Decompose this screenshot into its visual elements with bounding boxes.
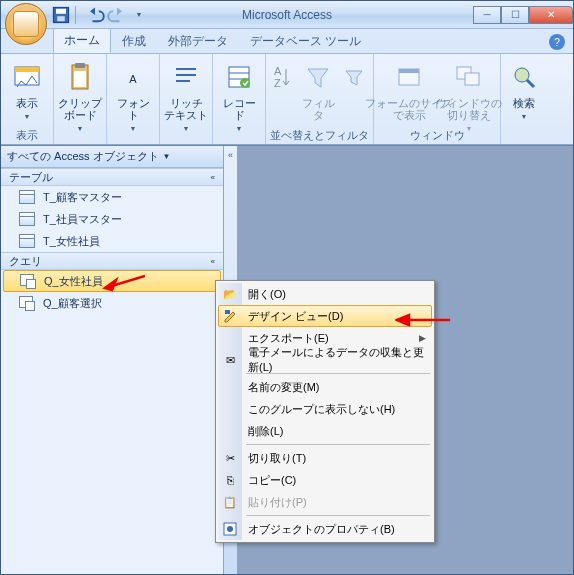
svg-rect-1: [56, 8, 66, 13]
nav-section-header[interactable]: クエリ «: [1, 252, 223, 270]
open-icon: 📂: [222, 286, 238, 302]
chevron-down-icon: ▼: [77, 125, 84, 132]
tab-external[interactable]: 外部データ: [157, 28, 239, 53]
ribbon-group-sortfilter: AZ フィルタ 並べ替えとフィルタ: [266, 54, 374, 144]
find-icon: [508, 61, 540, 93]
ctx-delete[interactable]: 削除(L): [218, 420, 432, 442]
qat-undo[interactable]: [85, 5, 105, 25]
svg-line-23: [527, 80, 534, 87]
props-icon: [222, 521, 238, 537]
table-icon: [19, 190, 35, 204]
ribbon-group-find: 検索 ▼ .: [501, 54, 547, 144]
ctx-copy[interactable]: ⎘コピー(C): [218, 469, 432, 491]
context-menu: 📂開く(O) デザイン ビュー(D) エクスポート(E)▶ ✉電子メールによるデ…: [215, 280, 435, 543]
tab-create[interactable]: 作成: [111, 28, 157, 53]
maximize-button[interactable]: ☐: [501, 6, 529, 24]
svg-text:A: A: [274, 65, 282, 77]
ribbon: 表示 ▼ 表示 クリップ ボード ▼ . A フォント ▼: [1, 53, 573, 145]
font-icon: A: [117, 61, 149, 93]
svg-point-28: [227, 526, 233, 532]
sort-icon: AZ: [266, 61, 298, 93]
records-icon: [223, 61, 255, 93]
nav-item-table[interactable]: T_女性社員: [1, 230, 223, 252]
ctx-open[interactable]: 📂開く(O): [218, 283, 432, 305]
svg-rect-26: [225, 310, 230, 314]
svg-text:Z: Z: [274, 77, 281, 89]
design-icon: [223, 308, 239, 324]
svg-rect-4: [15, 67, 39, 72]
find-button[interactable]: 検索 ▼: [505, 56, 543, 126]
ctx-rename[interactable]: 名前の変更(M): [218, 376, 432, 398]
ctx-separator: [246, 515, 430, 516]
ribbon-group-richtext: リッチ テキスト ▼ .: [160, 54, 213, 144]
filter-button[interactable]: フィルタ: [296, 56, 340, 126]
navigation-pane: すべての Access オブジェクト ▼ テーブル « T_顧客マスター T_社…: [1, 146, 224, 574]
tab-home[interactable]: ホーム: [53, 27, 111, 53]
mail-icon: ✉: [222, 352, 238, 368]
quick-access-toolbar: ▼: [51, 5, 149, 25]
nav-item-query[interactable]: Q_顧客選択: [1, 292, 223, 314]
qat-separator: [75, 6, 81, 24]
svg-point-22: [515, 68, 529, 82]
nav-section-queries: クエリ « Q_女性社員 Q_顧客選択: [1, 252, 223, 314]
advfilter-icon: [338, 61, 370, 93]
ctx-collect-email[interactable]: ✉電子メールによるデータの収集と更新(L): [218, 349, 432, 371]
richtext-button[interactable]: リッチ テキスト ▼: [164, 56, 208, 126]
ctx-hide-group[interactable]: このグループに表示しない(H): [218, 398, 432, 420]
nav-item-table[interactable]: T_顧客マスター: [1, 186, 223, 208]
ctx-cut[interactable]: ✂切り取り(T): [218, 447, 432, 469]
nav-section-tables: テーブル « T_顧客マスター T_社員マスター T_女性社員: [1, 168, 223, 252]
submenu-arrow-icon: ▶: [419, 333, 426, 343]
records-button[interactable]: レコード ▼: [217, 56, 261, 126]
collapse-icon: «: [211, 173, 215, 182]
ribbon-group-window: フォームのサイズ で表示 ウィンドウの 切り替え ▼ ウィンドウ: [374, 54, 501, 144]
qat-customize[interactable]: ▼: [129, 5, 149, 25]
svg-rect-7: [74, 71, 86, 87]
ctx-properties[interactable]: オブジェクトのプロパティ(B): [218, 518, 432, 540]
window-controls: ─ ☐ ✕: [473, 6, 573, 24]
ctx-design-view[interactable]: デザイン ビュー(D): [218, 305, 432, 327]
ctx-separator: [246, 444, 430, 445]
query-icon: [19, 296, 35, 310]
ribbon-group-font: A フォント ▼ .: [107, 54, 160, 144]
app-window: ▼ Microsoft Access ─ ☐ ✕ ホーム 作成 外部データ デー…: [0, 0, 574, 575]
ribbon-tabs: ホーム 作成 外部データ データベース ツール ?: [1, 29, 573, 53]
collapse-icon: «: [211, 257, 215, 266]
advfilter-button[interactable]: [342, 56, 366, 126]
minimize-button[interactable]: ─: [473, 6, 501, 24]
filter-icon: [302, 61, 334, 93]
chevron-down-icon: ▼: [183, 125, 190, 132]
view-button[interactable]: 表示 ▼: [5, 56, 49, 126]
clipboard-button[interactable]: クリップ ボード ▼: [58, 56, 102, 126]
ctx-paste: 📋貼り付け(P): [218, 491, 432, 513]
svg-rect-21: [465, 73, 479, 85]
qat-save[interactable]: [51, 5, 71, 25]
nav-item-query-selected[interactable]: Q_女性社員: [3, 270, 221, 292]
svg-text:A: A: [129, 73, 137, 85]
richtext-icon: [170, 61, 202, 93]
sort-button[interactable]: AZ: [270, 56, 294, 126]
qat-redo[interactable]: [107, 5, 127, 25]
navpane-header[interactable]: すべての Access オブジェクト ▼: [1, 146, 223, 168]
close-button[interactable]: ✕: [529, 6, 573, 24]
nav-item-table[interactable]: T_社員マスター: [1, 208, 223, 230]
cut-icon: ✂: [222, 450, 238, 466]
clipboard-icon: [64, 61, 96, 93]
titlebar: ▼ Microsoft Access ─ ☐ ✕: [1, 1, 573, 29]
chevron-down-icon: ▼: [24, 113, 31, 120]
font-button[interactable]: A フォント ▼: [111, 56, 155, 126]
copy-icon: ⎘: [222, 472, 238, 488]
nav-section-header[interactable]: テーブル «: [1, 168, 223, 186]
switchwin-button[interactable]: ウィンドウの 切り替え ▼: [442, 56, 496, 126]
office-button[interactable]: [5, 3, 47, 45]
window-title: Microsoft Access: [242, 8, 332, 22]
formsize-button[interactable]: フォームのサイズ で表示: [378, 56, 440, 126]
tab-dbtools[interactable]: データベース ツール: [239, 28, 372, 53]
help-button[interactable]: ?: [549, 34, 565, 50]
paste-icon: 📋: [222, 494, 238, 510]
table-icon: [19, 234, 35, 248]
ribbon-group-records: レコード ▼ .: [213, 54, 266, 144]
chevron-down-icon: ▼: [466, 125, 473, 132]
chevron-down-icon: ▼: [521, 113, 528, 120]
table-icon: [19, 212, 35, 226]
